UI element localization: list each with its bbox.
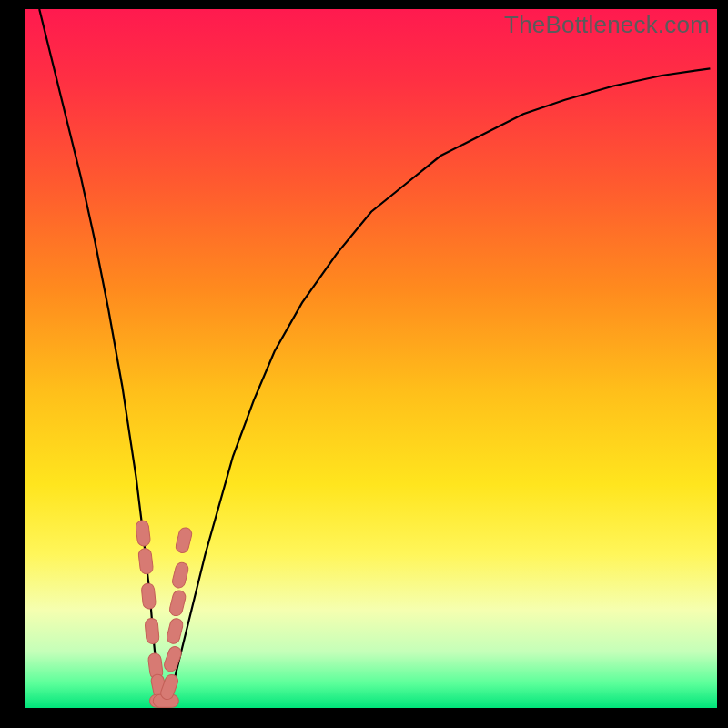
chart-frame: TheBottleneck.com [0, 0, 728, 728]
plot-area [25, 9, 717, 708]
marker-capsule [145, 618, 159, 644]
gradient-background [25, 9, 717, 708]
chart-svg [25, 9, 717, 708]
marker-capsule [141, 582, 157, 609]
watermark-text: TheBottleneck.com [504, 11, 710, 39]
